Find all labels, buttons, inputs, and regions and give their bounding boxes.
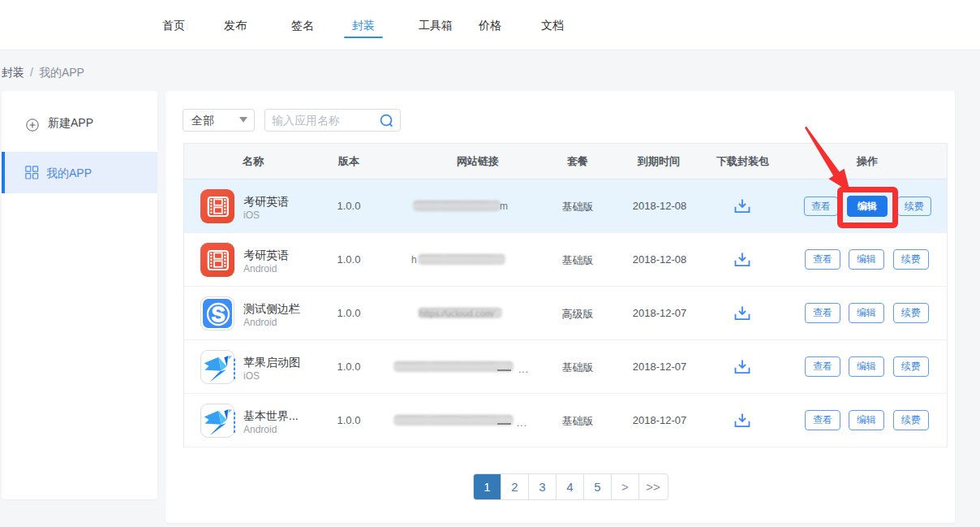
svg-text:S: S — [212, 303, 226, 326]
